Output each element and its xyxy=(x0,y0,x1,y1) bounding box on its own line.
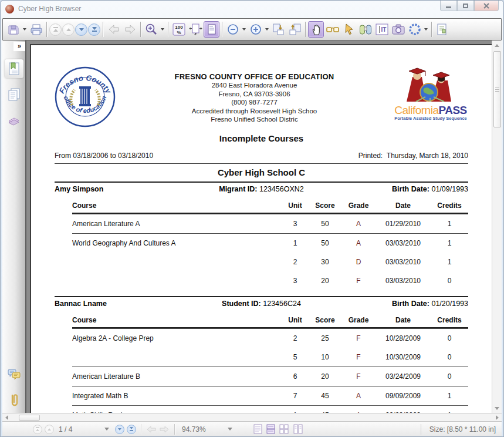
column-header: Grade xyxy=(341,316,376,324)
binoculars-icon xyxy=(358,22,373,36)
table-cell: 1 xyxy=(431,220,468,228)
table-cell: 5 xyxy=(282,353,309,361)
vertical-scrollbar[interactable] xyxy=(492,41,502,413)
course-group: Math Skills Review145A09/09/20091245A09/… xyxy=(72,405,468,413)
layout-facing-grid-icon[interactable] xyxy=(279,424,289,434)
next-page-button[interactable] xyxy=(75,23,87,36)
scroll-right-icon[interactable] xyxy=(496,415,499,420)
horizontal-scrollbar[interactable] xyxy=(2,413,502,421)
scroll-down-button[interactable] xyxy=(493,404,502,413)
snapshot-button[interactable] xyxy=(390,21,406,38)
separator xyxy=(431,22,432,37)
last-page-button[interactable] xyxy=(88,23,100,36)
table-cell: 3 xyxy=(282,277,309,285)
text-select-button[interactable]: IT xyxy=(374,21,390,38)
refresh-ring-button[interactable] xyxy=(407,21,422,38)
bookmarks-panel-button[interactable] xyxy=(5,59,23,78)
comments-panel-button[interactable] xyxy=(5,365,23,384)
printed-date: Printed: Thursday, March 18, 2010 xyxy=(358,152,468,160)
zoom-dropdown-icon[interactable] xyxy=(228,428,232,431)
course-table: CourseUnitScoreGradeDateCredits American… xyxy=(72,199,468,296)
print-button[interactable] xyxy=(28,21,44,38)
window-title: Cyber High Browser xyxy=(18,5,81,13)
previous-page-button[interactable] xyxy=(62,23,75,36)
first-page-button[interactable] xyxy=(49,23,62,36)
zoom-level-value[interactable]: 94.73% xyxy=(182,425,223,433)
layout-two-page-icon[interactable] xyxy=(293,424,303,434)
zoom-100-icon: 100% xyxy=(172,22,186,36)
forward-button[interactable] xyxy=(122,21,138,38)
horizontal-scroll-thumb[interactable] xyxy=(19,415,40,421)
select-tool-button[interactable] xyxy=(341,21,357,38)
table-cell: 25 xyxy=(309,334,341,342)
column-header: Credits xyxy=(431,316,468,324)
save-button[interactable] xyxy=(5,21,21,38)
save-dropdown-icon[interactable] xyxy=(23,28,26,31)
export-page-next-button[interactable] xyxy=(270,21,286,38)
title-bar: Cyber High Browser xyxy=(1,1,503,17)
page-indicator[interactable]: 1 / 4 xyxy=(59,425,100,433)
zoom-dropdown-icon[interactable] xyxy=(161,28,164,31)
zoom-in-button[interactable] xyxy=(248,21,263,38)
next-page-icon xyxy=(118,428,121,431)
student-section: Amy Simpson Migrant ID: 123456OXN2 Birth… xyxy=(55,181,468,296)
status-back-icon[interactable] xyxy=(146,425,157,433)
table-cell: 50 xyxy=(309,220,341,228)
org-address-block: FRESNO COUNTY OFFICE OF EDUCATION 2840 E… xyxy=(116,66,393,124)
status-previous-page-button[interactable] xyxy=(45,425,54,434)
table-cell: 03/03/2010 xyxy=(376,239,431,247)
course-table-header: CourseUnitScoreGradeDateCredits xyxy=(72,199,468,214)
zoom-out-dropdown-icon[interactable] xyxy=(242,28,246,31)
scroll-left-icon[interactable] xyxy=(5,415,8,420)
document-page[interactable]: Fresno County office of education FRESNO… xyxy=(30,44,492,413)
back-button[interactable] xyxy=(106,21,121,38)
zoom-tool-button[interactable] xyxy=(143,21,159,38)
minimize-button[interactable] xyxy=(440,1,457,11)
find-button[interactable] xyxy=(357,21,373,38)
clipped-toolbar-button[interactable] xyxy=(434,21,450,38)
hand-tool-button[interactable] xyxy=(308,21,324,38)
course-row: American Literature B620F03/24/20090 xyxy=(72,367,468,386)
ring-icon xyxy=(408,22,422,36)
status-first-page-button[interactable] xyxy=(33,425,42,434)
separator xyxy=(168,22,168,37)
export-page-prev-button[interactable] xyxy=(287,21,303,38)
zoom-out-button[interactable] xyxy=(225,21,241,38)
vertical-scroll-thumb[interactable] xyxy=(493,51,501,127)
bookmark-page-icon xyxy=(7,62,21,76)
fit-page-button[interactable] xyxy=(204,21,219,38)
zoom-in-dropdown-icon[interactable] xyxy=(265,28,269,31)
status-forward-icon[interactable] xyxy=(159,425,170,433)
table-cell: Integrated Math B xyxy=(72,392,282,400)
course-group: Integrated Math B745A09/09/20091 xyxy=(72,386,468,405)
back-arrow-icon xyxy=(107,23,120,36)
layers-panel-button[interactable] xyxy=(5,111,23,130)
fit-width-button[interactable] xyxy=(187,21,203,38)
reading-mode-button[interactable] xyxy=(324,21,340,38)
student-birth-date: Birth Date: 01/20/1993 xyxy=(339,300,468,308)
zoom-100-button[interactable]: 100% xyxy=(171,21,187,38)
separator xyxy=(141,424,141,435)
page-dropdown-icon[interactable] xyxy=(104,428,109,431)
navigation-sidebar: » xyxy=(2,41,26,413)
close-button[interactable] xyxy=(474,1,499,11)
scroll-up-button[interactable] xyxy=(493,41,502,50)
attachments-panel-button[interactable] xyxy=(5,391,23,409)
table-cell: American Literature A xyxy=(72,220,282,228)
course-group: American Literature A350A01/29/20101 xyxy=(72,214,468,233)
ring-dropdown-icon[interactable] xyxy=(424,28,428,31)
layout-continuous-icon[interactable] xyxy=(266,424,275,434)
pages-panel-button[interactable] xyxy=(5,85,23,104)
maximize-button[interactable] xyxy=(457,1,474,11)
student-info-row: Bannac Lname Student ID: 123456C24 Birth… xyxy=(55,297,468,314)
layout-single-page-icon[interactable] xyxy=(253,424,262,434)
status-last-page-button[interactable] xyxy=(127,425,136,434)
table-cell: 0 xyxy=(431,334,468,342)
student-id: Migrant ID: 123456OXN2 xyxy=(184,185,339,193)
previous-page-icon xyxy=(66,28,71,31)
status-next-page-button[interactable] xyxy=(115,425,124,434)
expand-panel-button[interactable]: » xyxy=(13,42,25,51)
table-cell: A xyxy=(341,411,376,413)
page-size-info: Size: [8.50 * 11.00 in] xyxy=(421,424,496,435)
address-line: Fresno Unified School Distric xyxy=(116,115,393,124)
